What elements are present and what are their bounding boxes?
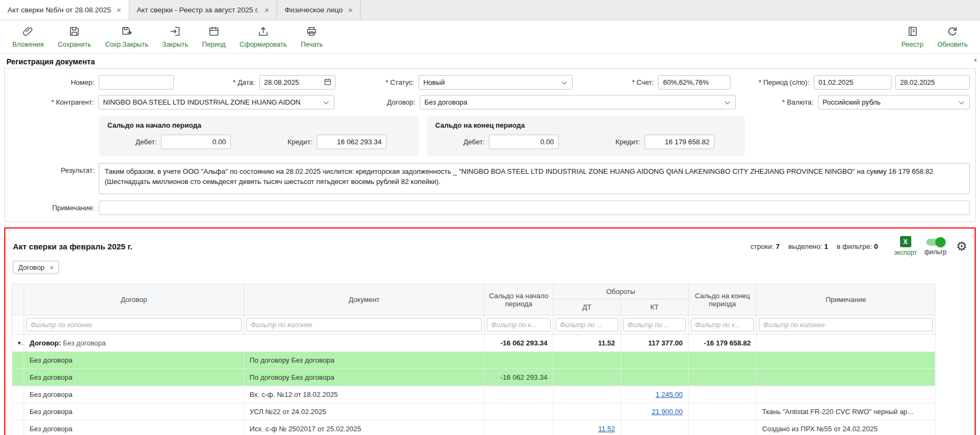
currency-select[interactable]: Российский рубль	[818, 95, 970, 109]
chevron-down-icon	[561, 79, 567, 84]
column-filter-input[interactable]	[691, 318, 754, 331]
table-row[interactable]: Без договора УСЛ №22 от 24.02.2025 21 90…	[12, 403, 935, 421]
chevron-down-icon	[725, 99, 730, 104]
column-filter-input[interactable]	[555, 318, 618, 331]
cell-document: УСЛ №22 от 24.02.2025	[244, 403, 485, 421]
balance-start-title: Сальдо на начало периода	[107, 121, 410, 129]
balance-end-title: Сальдо на конец периода	[435, 121, 736, 129]
save-button[interactable]: Сохранить	[51, 20, 98, 53]
amount-link[interactable]: 1 245.00	[655, 390, 683, 399]
credit-label: Кредит:	[559, 138, 645, 146]
balance-start-panel: Сальдо на начало периода Дебет: Кредит:	[99, 116, 419, 157]
status-label: * Статус:	[335, 78, 419, 86]
table-row[interactable]: Без договора Исх. с-ф № 2502017 от 25.02…	[12, 421, 935, 435]
attachments-button[interactable]: Вложения	[5, 20, 51, 53]
note-input[interactable]	[99, 201, 970, 215]
table-row[interactable]: Без договора По договору Без договора	[12, 352, 935, 369]
period-button[interactable]: Период	[195, 20, 233, 53]
cell-document: Исх. с-ф № 2502017 от 25.02.2025	[244, 421, 485, 435]
stat-rows: строки: 7	[750, 242, 779, 250]
calendar-icon[interactable]	[324, 78, 332, 87]
save-icon	[68, 25, 81, 39]
col-header-saldo-start[interactable]: Сальдо на начало периода	[485, 284, 553, 315]
settings-gear-icon[interactable]: ⚙	[956, 240, 967, 253]
register-book-icon	[906, 25, 919, 39]
date-field[interactable]	[259, 75, 335, 90]
col-header-document[interactable]: Документ	[244, 284, 485, 315]
account-input[interactable]	[658, 75, 730, 90]
close-icon[interactable]: ×	[348, 6, 353, 14]
counterparty-label: * Контрагент:	[10, 98, 98, 106]
generate-button[interactable]: Сформировать	[232, 20, 294, 53]
period-to-input[interactable]	[895, 75, 970, 90]
col-header-kt[interactable]: КТ	[621, 299, 689, 315]
chevron-down-icon	[323, 99, 328, 104]
group-expand-icon[interactable]: ▾	[12, 335, 24, 352]
table-row[interactable]: Без договора Вх. с-ф. №12 от 18.02.2025 …	[12, 386, 935, 403]
close-document-button[interactable]: Закрыть	[155, 20, 195, 53]
scrollbar-up-icon[interactable]: ▲	[973, 57, 978, 62]
refresh-icon	[946, 25, 959, 39]
cell-document: По договору Без договора	[244, 352, 485, 369]
column-filter-input[interactable]	[759, 318, 933, 331]
calendar-icon	[208, 25, 220, 39]
column-filter-input[interactable]	[246, 318, 482, 331]
period-from-input[interactable]	[814, 75, 891, 90]
date-input[interactable]	[264, 78, 324, 86]
balance-end-credit-input[interactable]	[645, 135, 714, 149]
debit-label: Дебет:	[435, 138, 489, 146]
table-row[interactable]: Без договора По договору Без договора -1…	[12, 369, 935, 386]
cell-note: Создано из ПРХ №55 от 24.02.2025	[757, 421, 935, 435]
close-icon[interactable]: ×	[116, 6, 121, 14]
group-dt: 11.52	[553, 335, 621, 352]
contract-chip[interactable]: Договор ×	[13, 261, 59, 274]
balance-end-debit-input[interactable]	[489, 135, 559, 149]
close-icon[interactable]: ×	[265, 6, 269, 14]
col-header-note[interactable]: Примечание	[757, 284, 935, 315]
counterparty-select[interactable]: NINGBO BOA STEEL LTD INDUSTRIAL ZONE HUA…	[98, 95, 334, 109]
amount-link[interactable]: 21 900.00	[652, 408, 683, 416]
stat-selected: выделено: 1	[788, 242, 828, 250]
col-header-saldo-end[interactable]: Сальдо на конец периода	[689, 284, 757, 315]
tab-label: Физическое лицо	[284, 6, 342, 14]
cell-note	[757, 369, 935, 386]
cell-contract: Без договора	[24, 403, 244, 421]
balance-start-debit-input[interactable]	[161, 135, 231, 149]
column-filter-input[interactable]	[623, 318, 686, 331]
tab-label: Акт сверки - Реестр за август 2025 г.	[137, 6, 259, 14]
col-header-turnover: Обороты	[553, 284, 689, 299]
tab-fizicheskoe-lico[interactable]: Физическое лицо ×	[277, 0, 361, 20]
col-header-dt[interactable]: ДТ	[553, 299, 621, 315]
column-filter-input[interactable]	[26, 318, 242, 331]
group-saldo-start: -16 062 293.34	[485, 335, 553, 352]
chevron-down-icon	[959, 99, 964, 104]
cell-contract: Без договора	[24, 421, 244, 435]
column-filter-input[interactable]	[487, 318, 551, 331]
refresh-button[interactable]: Обновить	[930, 20, 975, 53]
group-kt: 117 377.00	[621, 335, 689, 352]
print-button[interactable]: Печать	[294, 20, 330, 53]
save-close-button[interactable]: Сохр.Закрыть	[98, 20, 156, 53]
cell-note	[757, 352, 935, 369]
save-close-icon	[121, 25, 133, 39]
balance-start-credit-input[interactable]	[317, 135, 386, 149]
register-button[interactable]: Реестр	[895, 20, 931, 53]
toggle-switch-icon[interactable]	[926, 239, 945, 246]
cell-document: Вх. с-ф. №12 от 18.02.2025	[244, 386, 485, 403]
amount-link[interactable]: 11.52	[598, 425, 615, 433]
tab-act-sverki-reestr[interactable]: Акт сверки - Реестр за август 2025 г. ×	[129, 0, 277, 20]
group-row[interactable]: ▾ Договор: Без договора -16 062 293.34 1…	[12, 335, 935, 352]
chip-close-icon[interactable]: ×	[49, 264, 54, 271]
contract-label: Договор:	[334, 98, 420, 106]
status-select[interactable]: Новый	[419, 75, 573, 90]
filter-toggle[interactable]: фильтр	[924, 237, 946, 256]
number-input[interactable]	[99, 75, 174, 90]
tab-act-sverki[interactable]: Акт сверки №б/н от 28.08.2025 ×	[0, 0, 129, 20]
currency-label: * Валюта:	[736, 98, 817, 106]
contract-select[interactable]: Без договора	[420, 95, 736, 109]
result-textarea[interactable]: Таким образом, в учете ООО "Альфа" по со…	[99, 163, 970, 194]
cell-document: По договору Без договора	[244, 369, 485, 386]
export-excel-button[interactable]: X экспорт	[894, 236, 917, 256]
debit-label: Дебет:	[107, 138, 161, 146]
col-header-contract[interactable]: Договор	[24, 284, 244, 315]
